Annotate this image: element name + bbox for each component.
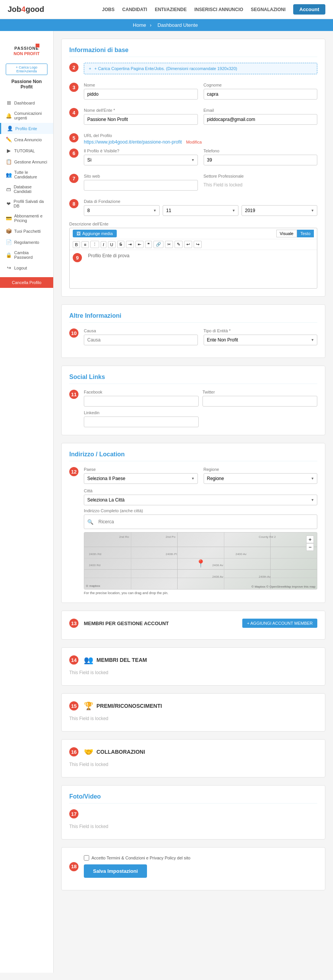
paese-select-wrapper: Seleziona Il Paese [84, 473, 198, 484]
upload-logo-button[interactable]: + Carica Logo Ente/Azienda [6, 64, 47, 75]
map-label-7: 2400 Rd [89, 564, 100, 567]
zoom-out-button[interactable]: − [306, 543, 314, 551]
step6-number: 6 [69, 149, 78, 158]
map-attribution: For the precise location, you can drag a… [84, 591, 317, 595]
list-ul-button[interactable]: ≡ [82, 241, 88, 248]
sidebar-item-comunicazioni[interactable]: 🔔 Comunicazioni urgenti [0, 108, 53, 123]
linkedin-group: Linkedin [84, 410, 199, 427]
step8-row: 8 Data di Fondazione 8 [69, 199, 317, 216]
nav-inserisci[interactable]: INSERISCI ANNUNCIO [194, 7, 243, 12]
social-title: Social Links [69, 374, 317, 384]
add-account-member-button[interactable]: + AGGIUNGI ACCOUNT MEMBER [242, 619, 317, 628]
nav-enti[interactable]: ENTI/AZIENDE [155, 7, 186, 12]
citta-select-wrapper: Seleziona La Città [84, 495, 317, 505]
undo-button[interactable]: ↩ [184, 241, 192, 248]
twitter-input[interactable] [202, 396, 317, 407]
sidebar-org-logo: PASSIONE NON PROFIT [14, 46, 40, 56]
sidebar-item-dashboard[interactable]: ⊞ Dashboard [0, 97, 53, 108]
linkedin-input[interactable] [84, 416, 199, 427]
nav-candidati[interactable]: CANDIDATI [122, 7, 147, 12]
list-ol-button[interactable]: ⋮ [90, 241, 99, 248]
year-select[interactable]: 2019 [242, 205, 317, 216]
account-button[interactable]: Account [293, 4, 325, 15]
zoom-in-button[interactable]: + [306, 536, 314, 543]
sidebar-item-crea-annuncio[interactable]: ✏️ Crea Annuncio [0, 134, 53, 145]
url-row: https://www.job4good.it/ente/passione-no… [84, 139, 317, 145]
breadcrumb-home[interactable]: Home [133, 22, 146, 28]
facebook-input[interactable] [84, 396, 199, 407]
save-settings-button[interactable]: Salva Impostazioni [84, 864, 147, 878]
blockquote-button[interactable]: ❝ [145, 241, 152, 248]
sidebar-item-profilo[interactable]: 👤 Profilo Ente [0, 123, 53, 134]
upload-copertina-button[interactable]: + + Carica Copertina Pagina Ente/Jobs. (… [84, 63, 317, 74]
header: Job4good JOBS CANDIDATI ENTI/AZIENDE INS… [0, 0, 333, 19]
citta-label: Città [84, 488, 317, 493]
foto-video-locked: This Field is locked [69, 822, 317, 831]
step18-row: 18 Accetto Termini & Condizioni e Privac… [69, 855, 317, 878]
italic-button[interactable]: I [101, 241, 106, 248]
visuale-button[interactable]: Visuale [276, 230, 297, 237]
sidebar-item-profili[interactable]: ❤ Profili Salvati da DB [0, 196, 53, 211]
upload-icon: + [89, 66, 91, 71]
unlink-button[interactable]: ✂ [165, 241, 173, 248]
underline-button[interactable]: U [108, 241, 116, 248]
url-modify-link[interactable]: Modifica [186, 140, 202, 144]
edit2-button[interactable]: ✎ [175, 241, 183, 248]
date-row: 8 11 2019 [84, 205, 317, 216]
sidebar-item-abbonamenti[interactable]: 💳 Abbonamenti e Pricing [0, 211, 53, 225]
causa-input[interactable] [84, 335, 198, 345]
nome-input[interactable] [84, 89, 198, 100]
sidebar-item-database[interactable]: 🗃 Database Candidati [0, 182, 53, 196]
indent-button[interactable]: ⇥ [126, 241, 134, 248]
regione-select[interactable]: Regione [204, 473, 318, 484]
ricerca-wrapper: 🔍 [84, 514, 317, 529]
membri-team-header: 14 👥 MEMBRI DEL TEAM [69, 655, 317, 665]
sidebar-logo-img: PASSIONE NON PROFIT [10, 41, 44, 62]
cognome-input[interactable] [204, 89, 318, 100]
map-road-h2 [84, 558, 317, 559]
bold-button[interactable]: B [73, 241, 80, 248]
sito-input[interactable] [84, 180, 198, 191]
sidebar-item-pacchetti[interactable]: 📦 Tuoi Pacchetti [0, 225, 53, 237]
people-icon: 👥 [6, 172, 12, 178]
media-icon: 🖼 [77, 231, 81, 236]
visibile-select[interactable]: Sì No [84, 155, 198, 165]
email-input[interactable] [204, 114, 318, 125]
premi-section: 15 🏆 PREMI/RICONOSCIMENTI This Field is … [61, 693, 325, 732]
outdent-button[interactable]: ⇤ [135, 241, 144, 248]
sidebar-label-crea: Crea Annuncio [14, 137, 42, 142]
sito-group: Sito web [84, 174, 198, 191]
citta-select[interactable]: Seleziona La Città [84, 495, 317, 505]
strikethrough-button[interactable]: S̶ [117, 241, 124, 248]
ricerca-input[interactable] [95, 517, 314, 527]
sidebar-item-candidature[interactable]: 👥 Tutte le Candidature [0, 167, 53, 182]
map-pin[interactable]: 📍 [196, 559, 206, 568]
add-media-button[interactable]: 🖼 Aggiunge media [73, 230, 117, 237]
sidebar-item-gestione[interactable]: 📋 Gestione Annunci [0, 156, 53, 167]
sidebar-label-password: Cambia Password [14, 250, 47, 260]
map-background: 2nd Ro 2nd Po County Rd 2 240th Rd 240th… [84, 532, 317, 589]
settore-locked: This Field is locked [204, 180, 318, 190]
sidebar-item-regolamento[interactable]: 📄 Regolamento [0, 237, 53, 248]
redo-button[interactable]: ↪ [194, 241, 202, 248]
month-select[interactable]: 11 [163, 205, 238, 216]
nome-ente-input[interactable] [84, 114, 198, 125]
link-button[interactable]: 🔗 [153, 241, 163, 248]
terms-checkbox[interactable] [84, 855, 89, 861]
sidebar-item-tutorial[interactable]: ▶ TUTORIAL [0, 145, 53, 156]
sidebar-item-password[interactable]: 🔒 Cambia Password [0, 248, 53, 262]
nav-jobs[interactable]: JOBS [102, 7, 115, 12]
telefono-input[interactable] [204, 155, 318, 165]
nav-segnalazioni[interactable]: SEGNALAZIONI [251, 7, 286, 12]
editor-body[interactable]: Profilo Ente di prova [85, 250, 132, 288]
cancel-profile-button[interactable]: Cancella Profilo [0, 277, 53, 288]
sidebar-item-logout[interactable]: ↪ Logout [0, 262, 53, 273]
day-select[interactable]: 8 [84, 205, 160, 216]
step7-number: 7 [69, 174, 78, 183]
regione-group: Regione Regione [204, 467, 318, 484]
step5-row: 5 URL del Profilo https://www.job4good.i… [69, 133, 317, 145]
tipo-select[interactable]: Ente Non Profit Azienda [204, 335, 318, 345]
testo-button[interactable]: Testo [297, 230, 314, 237]
paese-select[interactable]: Seleziona Il Paese [84, 473, 198, 484]
editor-toolbar: 🖼 Aggiunge media Visuale Testo [70, 228, 317, 239]
